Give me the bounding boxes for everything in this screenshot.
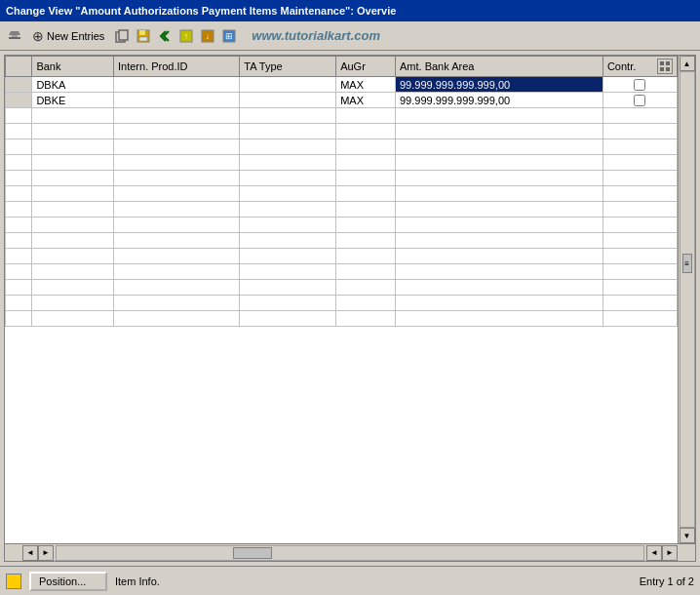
scroll-up-button[interactable]: ▲: [680, 56, 695, 71]
delete-icon[interactable]: ⊞: [220, 27, 238, 45]
row-selector-2[interactable]: [6, 93, 32, 108]
scroll-grip[interactable]: ≡: [682, 254, 692, 273]
cell-bank-2[interactable]: DBKE: [32, 93, 114, 108]
table-row-empty: [6, 171, 678, 186]
toolbar: ⊕ New Entries ↑ ↓: [0, 21, 700, 51]
vertical-scrollbar: ▲ ≡ ▼: [678, 56, 695, 543]
table-row-empty: [6, 108, 678, 124]
col-header-amt[interactable]: Amt. Bank Area: [395, 57, 603, 77]
svg-rect-2: [12, 35, 18, 37]
table-container: Bank Intern. Prod.ID TA Type AuGr Amt. B…: [4, 55, 696, 562]
table-row-empty: [6, 233, 678, 249]
col-header-sel: [6, 57, 32, 77]
cell-contr-1[interactable]: [603, 77, 677, 93]
svg-rect-6: [139, 30, 145, 35]
position-button[interactable]: Position...: [29, 572, 107, 591]
scroll-down-button[interactable]: ▼: [680, 528, 695, 543]
cell-intern-2[interactable]: [114, 93, 240, 108]
table-row[interactable]: DBKA MAX 99.999.999.999.999,00: [6, 77, 678, 93]
main-content: Bank Intern. Prod.ID TA Type AuGr Amt. B…: [0, 51, 700, 566]
svg-rect-0: [9, 37, 20, 39]
cell-contr-2[interactable]: [603, 93, 677, 108]
forward-icon[interactable]: ↑: [177, 27, 195, 45]
svg-rect-17: [666, 67, 670, 71]
cell-amt-2[interactable]: 99.999.999.999.999,00: [395, 93, 603, 108]
watermark-text: www.tutorialkart.com: [252, 28, 380, 43]
scroll-area: Bank Intern. Prod.ID TA Type AuGr Amt. B…: [5, 56, 695, 543]
col-header-bank[interactable]: Bank: [32, 57, 114, 77]
copy-icon[interactable]: [113, 27, 131, 45]
table-row[interactable]: DBKE MAX 99.999.999.999.999,00: [6, 93, 678, 108]
scroll-left-button[interactable]: ◄: [22, 545, 38, 561]
svg-marker-1: [9, 31, 20, 35]
table-row-empty: [6, 186, 678, 202]
table-row-empty: [6, 311, 678, 327]
h-scroll-thumb[interactable]: [233, 547, 272, 559]
cell-amt-1[interactable]: 99.999.999.999.999,00: [395, 77, 603, 93]
svg-text:⊞: ⊞: [225, 31, 233, 41]
svg-rect-16: [660, 67, 664, 71]
save-icon[interactable]: [135, 27, 152, 45]
item-info-label: Item Info.: [115, 575, 160, 587]
col-header-intern[interactable]: Intern. Prod.ID: [114, 57, 240, 77]
h-scroll-right2[interactable]: ►: [662, 545, 678, 561]
entry-count-text: Entry 1 of 2: [640, 575, 694, 587]
copy2-icon[interactable]: ↓: [199, 27, 216, 45]
col-header-augr[interactable]: AuGr: [336, 57, 396, 77]
edit-icon[interactable]: [6, 27, 23, 45]
cell-ta-2[interactable]: [240, 93, 336, 108]
table-row-empty: [6, 264, 678, 280]
status-bar: Position... Item Info. Entry 1 of 2: [0, 566, 700, 595]
table-row-empty: [6, 124, 678, 139]
h-scroll-track[interactable]: [56, 545, 644, 561]
svg-rect-15: [666, 61, 670, 65]
back-icon[interactable]: [156, 27, 174, 45]
title-text: Change View "Amount Authorizations Payme…: [6, 5, 396, 17]
table-row-empty: [6, 249, 678, 264]
svg-text:↑: ↑: [184, 31, 189, 41]
new-entries-label: New Entries: [47, 30, 104, 42]
new-entries-button[interactable]: ⊕ New Entries: [27, 26, 109, 46]
table-row-empty: [6, 218, 678, 233]
contr-checkbox-2[interactable]: [634, 95, 645, 106]
table-row-empty: [6, 296, 678, 311]
contr-checkbox-1[interactable]: [634, 79, 645, 91]
cell-intern-1[interactable]: [114, 77, 240, 93]
h-scroll-left2[interactable]: ◄: [646, 545, 662, 561]
col-header-contr[interactable]: Contr.: [603, 57, 677, 77]
table-row-empty: [6, 155, 678, 171]
table-header-row: Bank Intern. Prod.ID TA Type AuGr Amt. B…: [6, 57, 678, 77]
table-scroll: Bank Intern. Prod.ID TA Type AuGr Amt. B…: [5, 56, 678, 543]
horizontal-scrollbar: ◄ ► ◄ ►: [5, 543, 695, 561]
title-bar: Change View "Amount Authorizations Payme…: [0, 0, 700, 21]
cell-bank-1[interactable]: DBKA: [32, 77, 114, 93]
status-icon: [6, 574, 21, 589]
cell-ta-1[interactable]: [240, 77, 336, 93]
svg-text:↓: ↓: [206, 31, 211, 41]
scroll-right-button[interactable]: ►: [38, 545, 54, 561]
svg-rect-4: [119, 30, 128, 40]
svg-rect-7: [139, 37, 147, 41]
svg-rect-14: [660, 61, 664, 65]
cell-augr-1[interactable]: MAX: [336, 77, 396, 93]
row-selector-1[interactable]: [6, 77, 32, 93]
grid-settings-icon[interactable]: [657, 59, 673, 74]
col-header-ta[interactable]: TA Type: [240, 57, 336, 77]
table-row-empty: [6, 202, 678, 218]
table-row-empty: [6, 280, 678, 296]
data-table: Bank Intern. Prod.ID TA Type AuGr Amt. B…: [5, 56, 678, 327]
cell-augr-2[interactable]: MAX: [336, 93, 396, 108]
table-row-empty: [6, 139, 678, 155]
scroll-track[interactable]: ≡: [680, 71, 695, 528]
